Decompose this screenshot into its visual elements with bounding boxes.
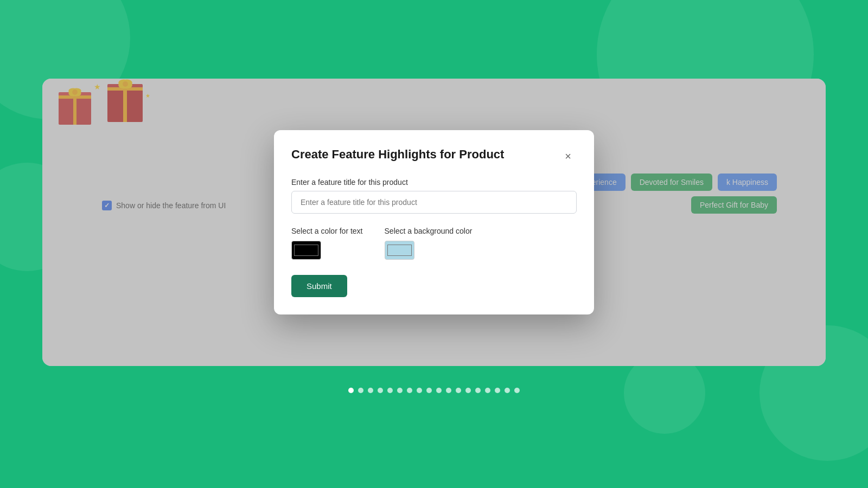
dot-1[interactable] [358,388,363,393]
bg-color-label: Select a background color [385,227,473,235]
text-color-picker[interactable] [291,241,321,260]
dot-0[interactable] [348,388,354,393]
dot-16[interactable] [505,388,510,393]
feature-title-group: Enter a feature title for this product [291,178,577,214]
text-color-label: Select a color for text [291,227,363,235]
dot-5[interactable] [397,388,403,393]
dot-4[interactable] [387,388,393,393]
modal-title: Create Feature Highlights for Product [291,147,504,162]
dot-15[interactable] [495,388,500,393]
submit-button[interactable]: Submit [291,275,347,297]
text-color-group: Select a color for text [291,227,363,260]
dot-7[interactable] [417,388,422,393]
pagination-dots [348,388,520,393]
dot-13[interactable] [475,388,481,393]
dot-11[interactable] [456,388,461,393]
main-card: ★ ★ Create Highlight Feature Back Experi… [42,79,826,366]
dot-14[interactable] [485,388,490,393]
dot-3[interactable] [378,388,383,393]
dot-9[interactable] [436,388,442,393]
dot-17[interactable] [514,388,520,393]
dot-10[interactable] [446,388,451,393]
modal-header: Create Feature Highlights for Product × [291,147,577,165]
bg-color-picker[interactable] [385,241,414,260]
dot-2[interactable] [368,388,373,393]
modal-close-button[interactable]: × [559,147,577,165]
dot-6[interactable] [407,388,412,393]
feature-title-label: Enter a feature title for this product [291,178,577,187]
dot-8[interactable] [426,388,432,393]
feature-title-input[interactable] [291,191,577,214]
color-selection-row: Select a color for text Select a backgro… [291,227,577,260]
dot-12[interactable] [465,388,471,393]
bg-color-group: Select a background color [385,227,473,260]
create-feature-modal: Create Feature Highlights for Product × … [274,130,594,314]
